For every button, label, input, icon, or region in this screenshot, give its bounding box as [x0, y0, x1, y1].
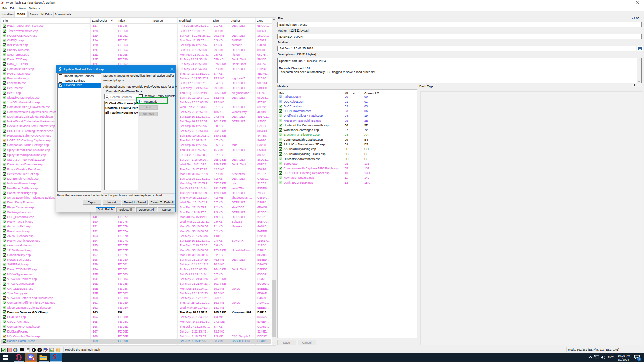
- svg-text:?: ?: [39, 348, 41, 352]
- svg-text:1: 1: [638, 358, 640, 361]
